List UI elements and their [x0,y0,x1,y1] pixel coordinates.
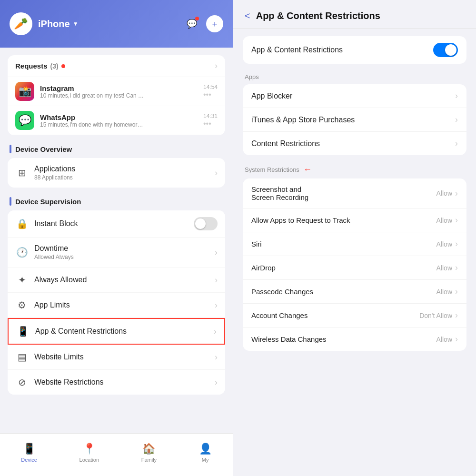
app-content-restrictions-item[interactable]: 📱 App & Content Restrictions [8,318,225,345]
content-restrictions-toggle[interactable] [433,43,458,57]
website-restrictions-chevron [215,377,218,387]
app-limits-chevron [215,300,218,310]
section-bar [10,145,11,153]
my-nav-label: My [202,457,209,463]
app-name: Instagram [40,84,198,92]
system-restrictions-label: System Restrictions ← [245,165,465,175]
request-time: 14:54 [203,84,218,90]
screenshot-row[interactable]: Screenshot andScreen Recording Allow [243,178,466,208]
left-panel: 🥕 iPhone ▼ 💬 ＋ Requests (3) [0,0,233,476]
website-limits-icon: ▤ [15,351,29,363]
app-limits-label: App Limits [34,301,209,309]
device-name: iPhone [38,19,70,30]
requests-card: Requests (3) 📸 Instagram 10 minutes,I di… [8,55,225,135]
wireless-value: Allow [436,336,452,343]
list-item[interactable]: ⊘ Website Restrictions [8,370,225,395]
list-item[interactable]: ✦ Always Allowed [8,268,225,293]
list-item[interactable]: 💬 WhatsApp 15 minutes,I'm done with my h… [8,106,225,135]
account-row[interactable]: Account Changes Don't Allow [243,304,466,327]
airdrop-value: Allow [436,264,452,272]
requests-title: Requests (3) [15,62,65,70]
tracking-label: Allow Apps to Request to Track [251,216,436,224]
toggle-row: App & Content Restrictions [243,36,466,64]
list-item[interactable]: ⚙ App Limits [8,293,225,318]
passcode-chevron [455,287,458,297]
siri-label: Siri [251,240,436,248]
family-nav-icon: 🏠 [142,443,155,455]
device-nav-icon: 📱 [23,443,36,455]
instant-block-label: Instant Block [34,219,188,228]
request-meta: 14:31 ••• [203,113,218,128]
notification-dot [195,17,199,20]
family-nav-label: Family [141,457,157,463]
back-button[interactable]: < [245,10,250,21]
red-arrow-icon: ← [303,165,312,175]
app-content-chevron [214,327,217,337]
siri-row[interactable]: Siri Allow [243,232,466,256]
device-avatar: 🥕 [10,12,32,35]
instagram-icon: 📸 [15,82,34,101]
tracking-row[interactable]: Allow Apps to Request to Track Allow [243,208,466,232]
more-icon[interactable]: ••• [203,119,218,128]
nav-item-device[interactable]: 📱 Device [13,439,45,466]
itunes-chevron [455,115,458,125]
passcode-label: Passcode Changes [251,288,436,296]
applications-chevron [215,168,218,178]
app-content-icon: 📱 [16,326,30,337]
content-restrictions-row[interactable]: Content Restrictions [243,132,466,155]
bottom-nav: 📱 Device 📍 Location 🏠 Family 👤 My [0,433,233,476]
toggle-thumb [195,218,206,229]
add-button[interactable]: ＋ [206,15,223,32]
list-item[interactable]: 🔒 Instant Block [8,210,225,238]
more-icon[interactable]: ••• [203,90,218,99]
lock-icon: 🔒 [15,218,29,229]
request-message: 10 minutes,I did great on my test! Can y… [40,92,145,99]
right-header: < App & Content Restrictions [233,0,476,29]
request-meta: 14:54 ••• [203,84,218,99]
wireless-label: Wireless Data Changes [251,335,436,343]
app-name: WhatsApp [40,113,198,121]
wireless-row[interactable]: Wireless Data Changes Allow [243,327,466,351]
applications-count: 88 Applications [34,174,209,181]
itunes-label: iTunes & App Store Purchases [251,116,455,124]
requests-dot [61,64,65,68]
app-content-label: App & Content Restrictions [35,327,208,336]
nav-item-location[interactable]: 📍 Location [72,439,107,466]
always-allowed-chevron [215,275,218,285]
content-restrictions-chevron [455,139,458,149]
instant-block-toggle[interactable] [194,217,218,230]
left-header: 🥕 iPhone ▼ 💬 ＋ [0,0,233,48]
airdrop-label: AirDrop [251,264,436,272]
list-item[interactable]: 📸 Instagram 10 minutes,I did great on my… [8,77,225,106]
header-right: 💬 ＋ [183,15,223,32]
downtime-status: Allowed Always [34,254,209,260]
request-message: 15 minutes,I'm done with my homework. Ca… [40,121,145,128]
nav-item-family[interactable]: 🏠 Family [134,439,164,466]
toggle-thumb [445,44,456,56]
message-icon-button[interactable]: 💬 [183,15,200,32]
account-label: Account Changes [251,311,419,319]
website-limits-chevron [215,352,218,362]
whatsapp-icon: 💬 [15,111,34,130]
header-left: 🥕 iPhone ▼ [10,12,79,35]
account-value: Don't Allow [419,312,452,319]
list-item[interactable]: 🕐 Downtime Allowed Always [8,238,225,268]
passcode-row[interactable]: Passcode Changes Allow [243,280,466,304]
siri-chevron [455,239,458,249]
website-restrictions-icon: ⊘ [15,377,29,388]
airdrop-row[interactable]: AirDrop Allow [243,256,466,280]
screenshot-label: Screenshot andScreen Recording [251,185,436,201]
website-limits-label: Website Limits [34,353,209,361]
dropdown-arrow[interactable]: ▼ [73,20,79,27]
website-restrictions-label: Website Restrictions [34,378,209,387]
itunes-row[interactable]: iTunes & App Store Purchases [243,108,466,132]
app-blocker-row[interactable]: App Blocker [243,84,466,108]
app-blocker-chevron [455,91,458,101]
apps-settings-card: App Blocker iTunes & App Store Purchases… [243,84,466,155]
nav-item-my[interactable]: 👤 My [191,439,219,466]
list-item[interactable]: ⊞ Applications 88 Applications [8,158,225,188]
downtime-chevron [215,248,218,258]
account-chevron [455,310,458,320]
list-item[interactable]: ▤ Website Limits [8,345,225,370]
requests-chevron[interactable] [215,61,218,71]
